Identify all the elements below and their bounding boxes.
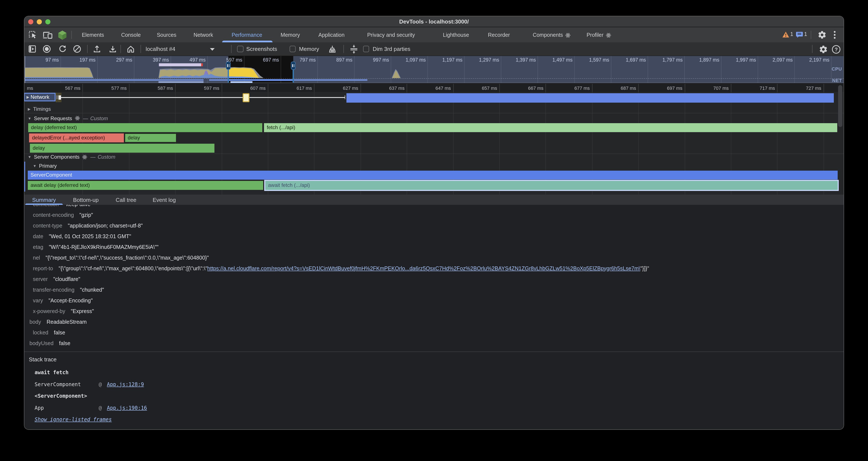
device-toolbar-icon[interactable] bbox=[43, 31, 53, 39]
summary-key: body bbox=[29, 319, 41, 325]
overview-tick-label: 697 ms bbox=[263, 57, 281, 62]
history-select-value[interactable]: localhost #4 bbox=[146, 42, 175, 56]
memory-checkbox[interactable] bbox=[289, 46, 296, 52]
disclosure-expanded-icon[interactable]: ▼ bbox=[28, 116, 31, 120]
toolbar-separator-1 bbox=[87, 45, 88, 53]
flame-event-servercomponent[interactable]: ServerComponent bbox=[28, 171, 838, 180]
tab-privacy-and-security[interactable]: Privacy and security bbox=[357, 27, 425, 42]
overview-right-handle[interactable] bbox=[291, 61, 296, 70]
clear-icon[interactable] bbox=[73, 45, 81, 53]
toolbar-separator-3 bbox=[140, 45, 141, 53]
flame-event-delay[interactable]: delay bbox=[30, 143, 214, 152]
network-request-bar[interactable] bbox=[346, 93, 834, 103]
upload-profile-icon[interactable] bbox=[93, 45, 101, 53]
download-profile-icon[interactable] bbox=[109, 45, 117, 53]
flame-track-network[interactable]: ▶Network bbox=[24, 93, 56, 101]
stack-frame-at: @ bbox=[99, 381, 102, 387]
disclosure-collapsed-icon[interactable]: ▶ bbox=[27, 95, 29, 99]
stack-trace-lines: await fetchServerComponent@App.js:128:9<… bbox=[24, 367, 844, 426]
flame-event-delayederror-ayed-exception-[interactable]: delayedError (...ayed exception) bbox=[29, 133, 124, 142]
dim-3rd-parties-label[interactable]: Dim 3rd parties bbox=[373, 42, 410, 56]
help-icon[interactable]: ? bbox=[832, 45, 841, 54]
summary-key: date bbox=[33, 233, 43, 239]
tab-profiler[interactable]: Profiler bbox=[565, 27, 633, 42]
history-dropdown-arrow-icon[interactable] bbox=[210, 48, 215, 51]
stack-frame-location-link[interactable]: App.js:190:16 bbox=[107, 405, 147, 411]
dim-3rd-parties-checkbox[interactable] bbox=[363, 46, 369, 52]
summary-row-connection: connection"keep-alive" bbox=[24, 205, 844, 209]
inspect-element-icon[interactable] bbox=[29, 31, 38, 39]
window-title: DevTools - localhost:3000/ bbox=[24, 16, 844, 27]
collapse-tracks-icon[interactable] bbox=[349, 45, 358, 54]
tab-application[interactable]: Application bbox=[297, 27, 366, 42]
issues-badge-icon[interactable] bbox=[796, 31, 803, 38]
flame-event-delay[interactable]: delay bbox=[125, 133, 176, 142]
overview-tick-label: 1,697 ms bbox=[626, 57, 648, 62]
overview-right-handle-stem bbox=[293, 69, 294, 83]
settings-gear-icon[interactable] bbox=[817, 30, 827, 39]
flame-event-await-delay-deferred-text-[interactable]: await delay (deferred text) bbox=[28, 181, 263, 190]
overview-tick-label: 1,397 ms bbox=[516, 57, 537, 62]
flame-event-await-fetch-api-[interactable]: await fetch (.../api) bbox=[265, 181, 838, 190]
custom-track-suffix: Custom bbox=[98, 154, 115, 160]
flame-track-timings[interactable]: ▶Timings bbox=[28, 105, 51, 113]
tab-label: Recorder bbox=[488, 32, 510, 38]
stack-component-label: <ServerComponent> bbox=[35, 390, 844, 402]
overview-tick-label: 197 ms bbox=[80, 57, 97, 62]
toolbar-settings-gear-icon[interactable] bbox=[819, 45, 828, 54]
overview-cpu-label: CPU bbox=[832, 66, 842, 71]
network-request-selected-marker[interactable] bbox=[242, 93, 249, 102]
screenshots-label[interactable]: Screenshots bbox=[246, 42, 277, 56]
disclosure-expanded-icon[interactable]: ▼ bbox=[33, 164, 36, 168]
track-label: Timings bbox=[33, 106, 51, 112]
flame-group-server-requests[interactable]: ▼Server Requests—Custom bbox=[28, 114, 108, 122]
record-and-reload-icon[interactable] bbox=[59, 45, 67, 53]
warning-badge-icon[interactable] bbox=[782, 31, 789, 38]
summary-row-date: date"Wed, 01 Oct 2025 18:32:01 GMT" bbox=[24, 231, 844, 241]
ruler-tick-label: 657 ms bbox=[482, 84, 499, 92]
stack-trace-section: Stack trace await fetchServerComponent@A… bbox=[24, 352, 844, 426]
details-tab-event-log[interactable]: Event log bbox=[144, 194, 185, 205]
summary-value: "Accept-Encoding" bbox=[49, 297, 93, 304]
show-ignore-listed-frames-link[interactable]: Show ignore-listed frames bbox=[35, 414, 844, 426]
overview-tick-label: 97 ms bbox=[45, 57, 61, 62]
overview-tick-label: 797 ms bbox=[300, 57, 317, 62]
details-tab-call-tree[interactable]: Call tree bbox=[107, 194, 145, 205]
overview-left-handle[interactable] bbox=[226, 61, 231, 70]
summary-value: ReadableStream bbox=[46, 319, 87, 325]
summary-row-vary: vary"Accept-Encoding" bbox=[24, 295, 844, 306]
details-tab-bottom-up[interactable]: Bottom-up bbox=[64, 194, 107, 205]
disclosure-collapsed-icon[interactable]: ▶ bbox=[28, 107, 31, 111]
flame-subgroup-primary[interactable]: ▼Primary bbox=[33, 162, 57, 170]
timeline-overview[interactable]: 97 ms197 ms297 ms397 ms497 ms597 ms697 m… bbox=[24, 56, 844, 83]
warning-count[interactable]: 1 bbox=[790, 31, 793, 37]
flame-group-server-components[interactable]: ▼Server Components—Custom bbox=[28, 153, 115, 161]
details-tab-summary[interactable]: Summary bbox=[25, 194, 63, 205]
ruler-tick-label: 637 ms bbox=[389, 84, 407, 92]
summary-key: transfer-encoding bbox=[33, 287, 74, 293]
record-icon[interactable] bbox=[43, 45, 51, 53]
more-options-kebab-icon[interactable] bbox=[833, 30, 836, 39]
flame-event-delay-deferred-text-[interactable]: delay (deferred text) bbox=[28, 123, 262, 132]
ruler-gridline bbox=[638, 84, 639, 92]
gc-broom-icon[interactable] bbox=[328, 45, 337, 54]
flame-chart[interactable]: ▶Network▶Timings▼Server Requests—Custom▼… bbox=[24, 92, 844, 194]
screenshots-checkbox[interactable] bbox=[237, 46, 243, 52]
memory-checkbox-label[interactable]: Memory bbox=[299, 42, 319, 56]
disclosure-expanded-icon[interactable]: ▼ bbox=[28, 155, 31, 159]
ruler-gridline bbox=[129, 84, 129, 92]
flame-scrollbar-thumb[interactable] bbox=[838, 85, 842, 127]
svg-text:?: ? bbox=[835, 47, 838, 52]
overview-tick-label: 1,797 ms bbox=[662, 57, 685, 62]
timeline-ruler: ms 567 ms577 ms587 ms597 ms607 ms617 ms6… bbox=[24, 84, 844, 92]
stack-frame-location-link[interactable]: App.js:128:9 bbox=[107, 381, 144, 387]
ruler-gridline bbox=[777, 84, 778, 92]
overview-longtask-red-tip bbox=[201, 63, 203, 66]
flame-event-fetch-api-[interactable]: fetch (.../api) bbox=[264, 123, 837, 132]
custom-track-suffix: Custom bbox=[90, 115, 108, 121]
issues-count[interactable]: 1 bbox=[804, 31, 807, 37]
toolbar-separator-4 bbox=[231, 45, 231, 53]
home-icon[interactable] bbox=[127, 45, 134, 53]
toggle-sidebar-icon[interactable] bbox=[29, 45, 36, 53]
summary-value-link[interactable]: https://a.nel.cloudflare.com/report/v4?s… bbox=[207, 265, 640, 271]
